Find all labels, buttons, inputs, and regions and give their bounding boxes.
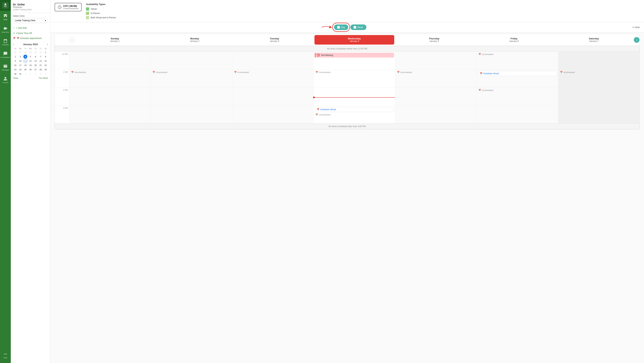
mini-cal-day[interactable]: 31 [39,50,42,54]
mini-cal-day[interactable]: 27 [18,50,22,54]
cell-wed-3[interactable]: 📅 Schedule Virtual 📅 Unscheduled [314,106,395,123]
cell-tue-12[interactable] [232,52,314,69]
next-month-button[interactable]: › [47,43,48,46]
cell-thu-1[interactable]: 📅 Unscheduled [395,70,476,87]
mini-cal-day[interactable]: 5 [44,72,48,76]
cell-sun-2[interactable] [69,88,150,105]
view-menu[interactable]: ≡ View [632,26,640,29]
today-link[interactable]: Today [13,77,18,79]
sidebar-item-more[interactable]: More [0,349,11,361]
prev-month-button[interactable]: ‹ [13,43,14,46]
mini-cal-day[interactable]: 18 [23,63,27,67]
mini-cal-day[interactable]: 20 [34,63,38,67]
day-view-button[interactable]: Day [334,25,348,30]
schedule-virtual-fri-1[interactable]: 📅 Schedule Virtual [478,71,556,76]
mini-cal-day[interactable]: 29 [28,50,32,54]
unscheduled-sat-1[interactable]: 📅 Unscheduled [559,70,639,74]
cell-sat-1[interactable]: 📅 Unscheduled [558,70,640,87]
mini-cal-day[interactable]: 9 [13,59,17,63]
cell-tue-2[interactable] [232,88,314,105]
schedule-virtual-wed-3[interactable]: 📅 Schedule Virtual [315,107,394,112]
unscheduled-fri-2[interactable]: 📅 Unscheduled [478,88,557,92]
cell-wed-2[interactable] [314,88,395,105]
cell-sat-3[interactable] [558,106,640,123]
cell-wed-12[interactable]: ▶ Test Meeting [314,52,395,69]
mini-cal-day[interactable]: 26 [28,68,32,72]
mini-cal-day[interactable]: 4 [39,72,42,76]
unscheduled-mon-1[interactable]: 📅 Unscheduled [152,70,231,74]
mini-cal-day[interactable]: 26 [13,50,17,54]
cell-sun-12[interactable] [69,52,150,69]
cell-tue-3[interactable] [232,106,314,123]
cell-thu-3[interactable] [395,106,476,123]
cell-tue-1[interactable]: 📅 Unscheduled [232,70,314,87]
mini-cal-day[interactable]: 2 [28,72,32,76]
cell-fri-2[interactable]: 📅 Unscheduled [476,88,558,105]
mini-cal-day[interactable]: 21 [39,63,42,67]
mini-cal-day[interactable]: 1 [23,72,27,76]
clinic-selector[interactable]: Lorelie Training Clinic ▾ [13,18,48,23]
unscheduled-thu-1[interactable]: 📅 Unscheduled [396,70,476,74]
cell-mon-3[interactable] [150,106,232,123]
mini-cal-day[interactable]: 3 [18,55,22,59]
sidebar-item-consultations[interactable]: Consultations [0,49,11,61]
mini-cal-day[interactable]: 30 [13,72,17,76]
mini-cal-day[interactable]: 5 [28,55,32,59]
mini-cal-day[interactable]: 1 [44,50,48,54]
unscheduled-wed-3[interactable]: 📅 Unscheduled [314,113,394,117]
mini-cal-day[interactable]: 22 [44,63,48,67]
sidebar-item-messages[interactable]: Messages [0,61,11,74]
cell-fri-12[interactable]: 📅 Unscheduled [476,52,558,69]
mini-cal-day[interactable]: 14 [39,59,42,63]
this-week-link[interactable]: This Week [39,77,48,79]
mini-cal-day[interactable]: 30 [34,50,38,54]
sidebar-item-clinic[interactable]: Clinic [0,11,11,23]
mini-cal-day[interactable]: 7 [39,55,42,59]
next-week-button[interactable]: › [634,37,640,43]
unscheduled-wed-1[interactable]: 📅 Unscheduled [314,70,394,74]
book-time-off-button[interactable]: ↺ ↺ Book Time Off [11,31,50,36]
mini-cal-day[interactable]: 2 [13,55,17,59]
cell-wed-1[interactable]: 📅 Unscheduled [314,70,395,87]
week-view-button[interactable]: Week [350,25,366,30]
cell-mon-2[interactable] [150,88,232,105]
cell-mon-12[interactable] [150,52,232,69]
mini-cal-day[interactable]: 28 [39,68,42,72]
mini-cal-day[interactable]: 28 [23,50,27,54]
mini-cal-day[interactable]: 13 [34,59,38,63]
add-shift-button[interactable]: ＋ + Add Shift [11,25,50,31]
schedule-appointment-button[interactable]: 📅 📅 Schedule Appointment [11,36,50,41]
mini-cal-day[interactable]: 31 [18,72,22,76]
cell-thu-12[interactable] [395,52,476,69]
mini-cal-day[interactable]: 23 [13,68,17,72]
cell-mon-1[interactable]: 📅 Unscheduled [150,70,232,87]
sidebar-item-account[interactable]: Account [0,74,11,86]
mini-cal-day[interactable]: 6 [34,55,38,59]
mini-cal-day[interactable]: 12 [28,59,32,63]
mini-cal-day[interactable]: 24 [18,68,22,72]
unscheduled-tue-1[interactable]: 📅 Unscheduled [233,70,313,74]
cell-sat-12[interactable] [558,52,640,69]
cell-sun-1[interactable]: 📅 Unscheduled [69,70,150,87]
unscheduled-sun-1[interactable]: 📅 Unscheduled [70,70,150,74]
sidebar-item-schedule[interactable]: Schedule [0,36,11,49]
cell-sun-3[interactable] [69,106,150,123]
unscheduled-btn-fri-12[interactable]: 📅 Unscheduled [478,52,557,56]
mini-cal-day[interactable]: 17 [18,63,22,67]
mini-cal-day-today[interactable]: 11 [23,59,27,63]
cell-thu-2[interactable] [395,88,476,105]
mini-cal-day[interactable]: 10 [18,59,22,63]
mini-cal-day[interactable]: 25 [23,68,27,72]
sidebar-item-meet-now[interactable]: Meet Now [0,23,11,36]
cell-fri-1[interactable]: 📅 Schedule Virtual [476,70,558,87]
cell-fri-3[interactable] [476,106,558,123]
mini-cal-day[interactable]: 16 [13,63,17,67]
mini-cal-day-selected[interactable]: 4 [23,55,27,59]
mini-cal-day[interactable]: 27 [34,68,38,72]
mini-cal-day[interactable]: 29 [44,68,48,72]
prev-week-button[interactable]: ‹ [69,37,75,43]
mini-cal-day[interactable]: 8 [44,55,48,59]
test-meeting-card[interactable]: ▶ Test Meeting [315,53,394,58]
mini-cal-day[interactable]: 3 [34,72,38,76]
mini-cal-day[interactable]: 19 [28,63,32,67]
